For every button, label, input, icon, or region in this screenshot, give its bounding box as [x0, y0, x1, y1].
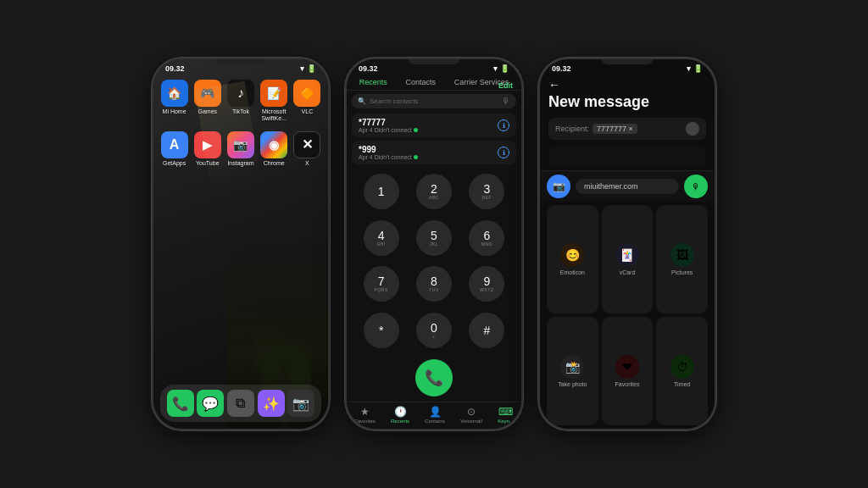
recent-item-1[interactable]: *77777 Apr 4 Didn't connect ℹ — [352, 114, 516, 137]
attach-favorites[interactable]: ❤ Favorites — [602, 317, 654, 425]
contacts-label: Contacts — [425, 419, 445, 424]
dock-messages[interactable]: 💬 — [197, 390, 224, 417]
dial-2[interactable]: 2ABC — [416, 174, 452, 209]
nav-keypad[interactable]: ⌨ Keyn... — [498, 406, 514, 424]
message-toolbar: 📷 miuithemer.com 🎙 — [540, 170, 715, 202]
favorites-heart-icon: ❤ — [615, 355, 639, 379]
recent-info-2: *999 Apr 4 Didn't connect — [359, 145, 418, 160]
svg-point-2 — [252, 327, 286, 378]
tab-recents[interactable]: Recents — [356, 76, 391, 88]
input-placeholder: miuithemer.com — [584, 182, 638, 191]
time-3: 09.32 — [552, 64, 571, 73]
attachment-grid: 😊 Emoticon 🃏 vCard 🖼 Pictures 📸 Take pho… — [540, 202, 715, 429]
vcard-label: vCard — [620, 269, 636, 275]
recipient-row[interactable]: Recipient: 7777777 × — [548, 118, 706, 140]
dial-0[interactable]: 0+ — [416, 313, 452, 348]
voice-button[interactable]: 🎙 — [684, 175, 708, 198]
mi-home-icon: 🏠 — [161, 80, 188, 107]
vlc-label: VLC — [302, 108, 314, 115]
info-icon-2[interactable]: ℹ — [498, 147, 509, 158]
mi-home-label: Mi Home — [163, 108, 186, 115]
battery-icon: 🔋 — [307, 64, 316, 73]
toolbar-camera-button[interactable]: 📷 — [547, 175, 570, 198]
dial-1[interactable]: 1 — [364, 174, 399, 209]
recents-label: Recents — [391, 419, 409, 424]
chrome-label: Chrome — [264, 160, 285, 167]
edit-button[interactable]: Edit — [498, 81, 513, 90]
call-button[interactable]: 📞 — [415, 359, 453, 396]
home-screen: 09.32 ▾ 🔋 🏠 Mi Home 🎮 Games ♪ TikTok 📝 — [153, 59, 328, 429]
info-icon-1[interactable]: ℹ — [498, 119, 509, 131]
message-text-input[interactable]: miuithemer.com — [576, 179, 679, 194]
message-input-area — [548, 147, 706, 167]
attach-vcard[interactable]: 🃏 vCard — [602, 205, 654, 313]
bottom-nav: ★ Favorites 🕐 Recents 👤 Contacts ⊙ Voice… — [347, 402, 521, 429]
battery-icon-2: 🔋 — [500, 64, 509, 73]
search-bar[interactable]: 🔍 Search contacts 🎙 — [352, 94, 516, 108]
phone-3: 09.32 ▾ 🔋 ← New message Recipient: 77777… — [538, 58, 716, 430]
message-title: New message — [548, 93, 649, 110]
recent-item-2[interactable]: *999 Apr 4 Didn't connect ℹ — [352, 141, 516, 164]
app-getapps[interactable]: A GetApps — [160, 131, 188, 167]
dial-hash[interactable]: # — [469, 313, 504, 348]
timed-icon: ⏱ — [670, 355, 694, 379]
dock-ai-camera[interactable]: ✨ — [258, 390, 285, 417]
vcard-icon: 🃏 — [615, 243, 639, 267]
wifi-icon-2: ▾ — [493, 64, 498, 73]
status-bar-1: 09.32 ▾ 🔋 — [153, 59, 328, 75]
dial-6[interactable]: 6MNO — [469, 220, 504, 256]
dock: 📞 💬 ⧉ ✨ 📷 — [160, 385, 321, 422]
dial-8[interactable]: 8TUV — [416, 266, 452, 302]
svg-point-3 — [283, 340, 314, 382]
dock-phone[interactable]: 📞 — [167, 390, 194, 417]
x-label: X — [305, 160, 309, 167]
dial-9[interactable]: 9WXYZ — [469, 266, 504, 302]
app-chrome[interactable]: ◉ Chrome — [260, 131, 288, 167]
dial-5[interactable]: 5JKL — [416, 220, 452, 256]
recents-icon: 🕐 — [394, 406, 407, 418]
back-button[interactable]: ← — [548, 78, 560, 92]
dial-7[interactable]: 7PQRS — [364, 266, 399, 302]
recent-sub-1: Apr 4 Didn't connect — [359, 127, 418, 133]
attach-timed[interactable]: ⏱ Timed — [656, 317, 708, 425]
voicemail-icon: ⊙ — [467, 406, 476, 418]
keypad-label: Keyn... — [498, 419, 514, 424]
app-x[interactable]: ✕ X — [293, 131, 321, 167]
nav-recents[interactable]: 🕐 Recents — [391, 406, 409, 424]
keypad-icon: ⌨ — [498, 406, 513, 418]
attach-pictures[interactable]: 🖼 Pictures — [656, 205, 708, 313]
recipient-label: Recipient: — [555, 125, 589, 133]
tab-contacts[interactable]: Contacts — [402, 76, 439, 88]
recent-info-1: *77777 Apr 4 Didn't connect — [359, 118, 418, 133]
app-microsoft[interactable]: 📝 Microsoft SwiftKe... — [260, 80, 288, 123]
nav-favorites[interactable]: ★ Favorites — [354, 406, 376, 424]
recipient-value: 7777777 × — [597, 125, 633, 133]
dock-switch[interactable]: ⧉ — [227, 390, 254, 417]
dial-star[interactable]: * — [364, 313, 399, 348]
take-photo-icon: 📸 — [560, 355, 584, 379]
green-dot-2 — [414, 155, 418, 159]
microsoft-label: Microsoft SwiftKe... — [260, 108, 288, 123]
status-icons-1: ▾ 🔋 — [300, 64, 316, 73]
search-icon: 🔍 — [358, 97, 366, 105]
take-photo-label: Take photo — [558, 381, 587, 387]
nav-voicemail[interactable]: ⊙ Voicemail — [460, 406, 482, 424]
nav-contacts[interactable]: 👤 Contacts — [425, 406, 445, 424]
dial-3[interactable]: 3DEF — [469, 174, 504, 209]
recipient-chip: 7777777 × — [593, 124, 637, 134]
dock-camera[interactable]: 📷 — [287, 390, 314, 417]
dial-4[interactable]: 4GHI — [364, 220, 399, 256]
recent-number-2: *999 — [359, 145, 418, 154]
call-btn-row: 📞 — [347, 356, 521, 402]
tabs-row: Recents Contacts Carrier Services — [347, 75, 521, 91]
recipient-avatar-icon — [686, 122, 699, 136]
app-mi-home[interactable]: 🏠 Mi Home — [160, 80, 188, 123]
attach-emoticon[interactable]: 😊 Emoticon — [547, 205, 598, 313]
chrome-icon: ◉ — [260, 131, 287, 158]
attach-take-photo[interactable]: 📸 Take photo — [547, 317, 598, 425]
app-vlc[interactable]: 🔶 VLC — [293, 80, 321, 123]
mic-icon: 🎙 — [502, 97, 510, 106]
status-icons-3: ▾ 🔋 — [687, 64, 703, 73]
getapps-label: GetApps — [163, 160, 186, 167]
time-1: 09.32 — [165, 64, 185, 73]
